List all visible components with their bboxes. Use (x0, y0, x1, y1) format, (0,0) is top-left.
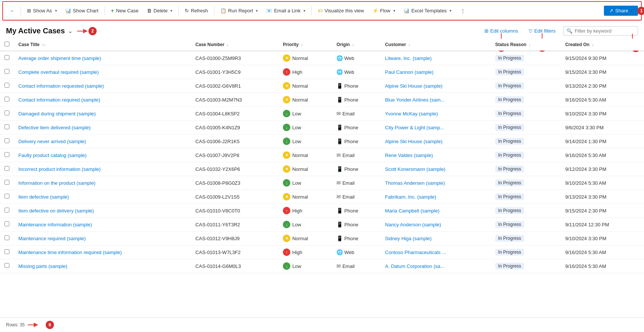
row-checkbox[interactable] (4, 221, 9, 226)
customer-cell: Alpine Ski House (sample) (381, 79, 491, 93)
row-checkbox[interactable] (4, 97, 9, 102)
row-checkbox-cell[interactable] (0, 204, 14, 218)
select-all-checkbox[interactable] (4, 42, 9, 46)
select-all-header[interactable] (0, 39, 14, 51)
customer-link[interactable]: City Power & Light (samp... (385, 125, 444, 130)
row-checkbox[interactable] (4, 208, 9, 212)
row-checkbox-cell[interactable] (0, 93, 14, 107)
case-title-link[interactable]: Incorrect product information (sample) (18, 166, 101, 172)
delete-button[interactable]: 🗑 Delete ▾ (143, 6, 176, 15)
show-as-button[interactable]: ⊞ Show As ▾ (23, 6, 61, 15)
excel-button[interactable]: 📊 Excel Templates ▾ (400, 6, 455, 15)
email-link-button[interactable]: 📧 Email a Link ▾ (262, 6, 309, 15)
customer-link[interactable]: Scott Konersmann (sample) (385, 166, 445, 172)
row-checkbox-cell[interactable] (0, 259, 14, 273)
row-checkbox[interactable] (4, 194, 9, 199)
case-title-link[interactable]: Maintenance information (sample) (18, 222, 92, 227)
filter-keyword-input[interactable] (575, 28, 635, 34)
customer-link[interactable]: Yvonne McKay (sample) (385, 111, 438, 117)
customer-link[interactable]: Paul Cannon (sample) (385, 69, 433, 75)
row-checkbox[interactable] (4, 83, 9, 88)
case-title-link[interactable]: Information on the product (sample) (18, 180, 96, 186)
divider-1 (21, 6, 21, 15)
row-checkbox-cell[interactable] (0, 176, 14, 190)
customer-link[interactable]: Thomas Andersen (sample) (385, 180, 445, 186)
case-title-link[interactable]: Damaged during shipment (sample) (18, 111, 96, 117)
case-title-link[interactable]: Item defective on delivery (sample) (18, 208, 94, 214)
case-title-link[interactable]: Delivery never arrived (sample) (18, 139, 86, 144)
origin-header[interactable]: Origin ↓ (332, 39, 380, 51)
case-title-link[interactable]: Average order shipment time (sample) (18, 55, 101, 61)
customer-link[interactable]: Alpine Ski House (sample) (385, 83, 442, 89)
customer-cell: Thomas Andersen (sample) (381, 176, 491, 190)
row-checkbox-cell[interactable] (0, 79, 14, 93)
case-title-cell: Information on the product (sample) (14, 176, 191, 190)
customer-link[interactable]: Maria Campbell (sample) (385, 208, 439, 214)
customer-link[interactable]: Nancy Anderson (sample) (385, 222, 441, 227)
case-title-link[interactable]: Complete overhaul required (sample) (18, 69, 99, 75)
refresh-label: Refresh (191, 8, 208, 13)
customer-link[interactable]: Alpine Ski House (sample) (385, 139, 442, 144)
origin-cell: ✉ Email (332, 176, 380, 190)
row-checkbox[interactable] (4, 111, 9, 115)
row-checkbox-cell[interactable] (0, 162, 14, 176)
flow-button[interactable]: ⚡ Flow ▾ (369, 6, 399, 15)
case-number-cell: CAS-01013-W7L3F2 (191, 245, 279, 259)
priority-icon: ↓ Low (283, 179, 301, 187)
customer-link[interactable]: Sidney Higa (sample) (385, 236, 432, 241)
row-checkbox[interactable] (4, 152, 9, 157)
row-checkbox-cell[interactable] (0, 51, 14, 65)
customer-link[interactable]: Rene Valdes (sample) (385, 153, 433, 158)
row-checkbox[interactable] (4, 180, 9, 185)
row-checkbox[interactable] (4, 249, 9, 254)
customer-link[interactable]: Litware, Inc. (sample) (385, 55, 432, 61)
visualize-button[interactable]: 🏷 Visualize this view (314, 6, 368, 15)
customer-link[interactable]: Contoso Pharmaceuticals ... (385, 250, 446, 255)
priority-header[interactable]: Priority ↓ (278, 39, 332, 51)
row-checkbox-cell[interactable] (0, 135, 14, 148)
table-row: Defective item delivered (sample) CAS-01… (0, 121, 644, 135)
row-checkbox[interactable] (4, 138, 9, 143)
case-title-link[interactable]: Missing parts (sample) (18, 263, 67, 269)
case-title-link[interactable]: Contact information required (sample) (18, 97, 100, 103)
customer-header[interactable]: Customer ↓ (381, 39, 491, 51)
case-title-link[interactable]: Contact information requested (sample) (18, 83, 104, 89)
created-on-header[interactable]: Created On ↓ (561, 39, 644, 51)
row-checkbox-cell[interactable] (0, 107, 14, 121)
back-button[interactable]: ← (6, 6, 18, 15)
case-title-link[interactable]: Item defective (sample) (18, 194, 69, 200)
case-title-link[interactable]: Defective item delivered (sample) (18, 125, 91, 130)
origin-icon: 📱 (336, 138, 343, 144)
row-checkbox[interactable] (4, 235, 9, 240)
share-button[interactable]: ↗ Share ▾ (604, 6, 638, 16)
status-reason-header[interactable]: Status Reason ↓ (491, 39, 561, 51)
row-checkbox-cell[interactable] (0, 245, 14, 259)
refresh-button[interactable]: ↻ Refresh (181, 6, 212, 15)
row-checkbox-cell[interactable] (0, 232, 14, 245)
case-number-header[interactable]: Case Number ↓ (191, 39, 279, 51)
customer-link[interactable]: Blue Yonder Airlines (sam... (385, 97, 445, 103)
row-checkbox[interactable] (4, 166, 9, 171)
row-checkbox-cell[interactable] (0, 148, 14, 162)
row-checkbox[interactable] (4, 263, 9, 268)
view-title-dropdown[interactable]: ⌄ (68, 27, 73, 34)
show-chart-button[interactable]: 📊 Show Chart (61, 6, 102, 15)
customer-link[interactable]: A. Datum Corporation (sa... (385, 263, 444, 269)
divider-2 (105, 6, 105, 15)
row-checkbox[interactable] (4, 69, 9, 74)
row-checkbox-cell[interactable] (0, 218, 14, 232)
row-checkbox[interactable] (4, 55, 9, 60)
customer-link[interactable]: Fabrikam, Inc. (sample) (385, 194, 436, 200)
row-checkbox-cell[interactable] (0, 121, 14, 135)
row-checkbox-cell[interactable] (0, 190, 14, 204)
new-case-button[interactable]: + New Case (107, 6, 142, 16)
status-reason-cell: In Progress (491, 135, 561, 148)
row-checkbox-cell[interactable] (0, 65, 14, 79)
case-title-link[interactable]: Faulty product catalog (sample) (18, 153, 87, 158)
run-report-button[interactable]: 📋 Run Report ▾ (217, 6, 261, 15)
row-checkbox[interactable] (4, 124, 9, 129)
case-title-link[interactable]: Maintenance required (sample) (18, 236, 86, 241)
case-title-link[interactable]: Maintenance time information required (s… (18, 250, 122, 255)
case-title-header[interactable]: Case Title ↑↓ (14, 39, 191, 51)
more-button[interactable]: ⋮ (457, 6, 469, 15)
